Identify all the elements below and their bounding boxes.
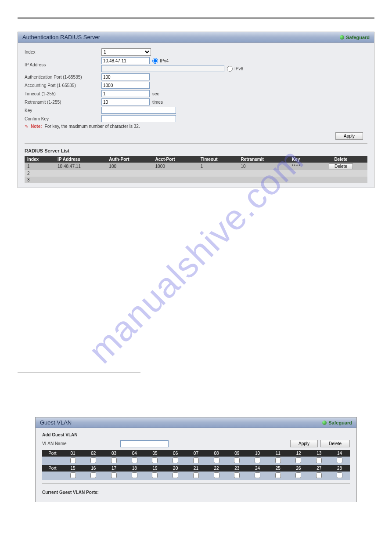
ipv4-input[interactable] [101, 57, 150, 64]
current-guest-vlan-label: Current Guest VLAN Ports: [42, 490, 350, 495]
ipv4-radio-label: IPv4 [160, 58, 169, 63]
confirm-key-input[interactable] [101, 115, 176, 122]
port-row-label: Port [42, 450, 63, 457]
table-row: 3 [25, 177, 367, 183]
port-checkbox[interactable] [234, 457, 240, 463]
ipv6-radio[interactable] [227, 66, 233, 72]
cell-ip: 10.48.47.11 [55, 163, 106, 170]
cell-index: 1 [25, 163, 55, 170]
guest-vlan-title: Guest VLAN [40, 419, 72, 426]
guest-delete-button[interactable]: Delete [320, 440, 350, 447]
port-num: 12 [288, 450, 309, 457]
port-checkbox[interactable] [295, 472, 301, 478]
port-checkbox[interactable] [90, 472, 96, 478]
index-select[interactable]: 1 [101, 48, 151, 56]
port-num: 26 [288, 465, 309, 472]
port-checkbox[interactable] [152, 457, 158, 463]
port-num: 11 [268, 450, 288, 457]
th-acct: Acct-Port [153, 156, 198, 163]
port-checkbox[interactable] [337, 472, 342, 478]
port-num: 23 [227, 465, 247, 472]
port-checkbox[interactable] [295, 457, 301, 463]
port-num: 09 [227, 450, 247, 457]
section-divider [25, 143, 367, 144]
index-label: Index [25, 50, 101, 54]
th-retransmit: Retransmit [238, 156, 289, 163]
safeguard-badge: Safeguard [340, 35, 370, 40]
port-num: 13 [309, 450, 329, 457]
apply-button[interactable]: Apply [335, 132, 363, 140]
port-checkbox[interactable] [193, 457, 199, 463]
port-checkbox[interactable] [173, 472, 178, 478]
ipv6-input[interactable] [101, 65, 224, 72]
port-num: 18 [124, 465, 145, 472]
port-checkbox[interactable] [132, 472, 137, 478]
retransmit-label: Retransmit (1-255) [25, 100, 101, 105]
port-num: 02 [83, 450, 104, 457]
port-num: 16 [83, 465, 104, 472]
port-num: 28 [329, 465, 350, 472]
cell-retransmit: 10 [238, 163, 289, 170]
th-index: Index [25, 156, 55, 163]
cell-timeout: 1 [198, 163, 238, 170]
key-label: Key [25, 108, 101, 113]
note-label: Note: [31, 124, 42, 129]
guest-vlan-body: Add Guest VLAN VLAN Name Apply Delete Po… [36, 428, 356, 502]
retransmit-input[interactable] [101, 98, 150, 105]
port-checkbox[interactable] [70, 472, 76, 478]
port-checkbox[interactable] [275, 457, 281, 463]
port-checkbox[interactable] [70, 457, 76, 463]
port-num: 15 [63, 465, 83, 472]
port-checkbox[interactable] [234, 472, 240, 478]
acct-port-input[interactable] [101, 82, 150, 89]
table-row: 1 10.48.47.11 100 1000 1 10 ***** Delete [25, 163, 367, 170]
add-guest-vlan-title: Add Guest VLAN [42, 432, 350, 437]
radius-panel: Authentication RADIUS Server Safeguard I… [18, 32, 374, 188]
port-checkbox[interactable] [132, 457, 137, 463]
port-checkbox[interactable] [337, 457, 342, 463]
vlan-name-label: VLAN Name [42, 441, 117, 446]
page-top-rule [18, 18, 374, 18]
port-checkbox[interactable] [316, 472, 322, 478]
key-input[interactable] [101, 107, 176, 114]
cell-index: 2 [25, 170, 55, 177]
port-num: 08 [206, 450, 227, 457]
vlan-name-input[interactable] [120, 440, 169, 447]
port-num: 07 [186, 450, 206, 457]
auth-port-input[interactable] [101, 73, 150, 80]
port-checkbox[interactable] [193, 472, 199, 478]
safeguard-icon [322, 421, 327, 425]
port-checkbox[interactable] [255, 457, 260, 463]
confirm-key-label: Confirm Key [25, 116, 101, 121]
port-checkbox[interactable] [214, 457, 219, 463]
port-checkbox[interactable] [173, 457, 178, 463]
table-row: 2 [25, 170, 367, 177]
safeguard-label: Safeguard [328, 420, 352, 425]
port-num: 27 [309, 465, 329, 472]
delete-button[interactable]: Delete [329, 163, 353, 169]
ipv4-radio[interactable] [152, 58, 158, 64]
th-timeout: Timeout [198, 156, 238, 163]
port-row-label: Port [42, 465, 63, 472]
port-num: 14 [329, 450, 350, 457]
port-checkbox[interactable] [152, 472, 158, 478]
th-key: Key [289, 156, 314, 163]
port-num: 10 [247, 450, 268, 457]
port-checkbox[interactable] [90, 457, 96, 463]
cell-auth: 100 [106, 163, 152, 170]
safeguard-icon [340, 35, 344, 40]
port-checkbox[interactable] [316, 457, 322, 463]
port-checkbox[interactable] [214, 472, 219, 478]
th-auth: Auth-Port [106, 156, 152, 163]
port-checkbox[interactable] [275, 472, 281, 478]
port-num: 17 [104, 465, 124, 472]
guest-apply-button[interactable]: Apply [290, 440, 318, 447]
port-checkbox[interactable] [111, 457, 117, 463]
note-row: ✎ Note: For key, the maximum number of c… [25, 124, 367, 129]
timeout-input[interactable] [101, 90, 150, 97]
port-num: 19 [145, 465, 165, 472]
port-checkbox[interactable] [255, 472, 260, 478]
section-underline [18, 373, 140, 373]
radius-panel-header: Authentication RADIUS Server Safeguard [18, 32, 374, 43]
port-checkbox[interactable] [111, 472, 117, 478]
